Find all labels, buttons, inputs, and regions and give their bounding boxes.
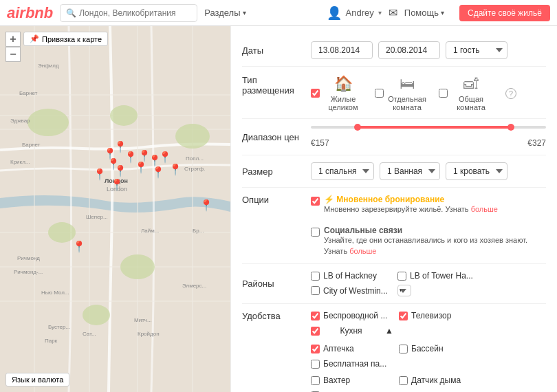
options-label: Опции [242, 195, 311, 205]
amenity8-item: Датчик дыма [399, 375, 481, 385]
amenity1-checkbox[interactable] [311, 312, 320, 320]
type-private-option: 🛏 Отдельная комната [375, 75, 428, 111]
user-section: 👤 Andrey ▾ [327, 6, 382, 21]
map-pins-container: 📍 📍 📍 📍 📍 📍 📍 📍 📍 📍 📍 📍 📍 📍 📍 [0, 26, 230, 392]
amenities-content: Беспроводной ... Телевизор Кухня ▲ Аптеч… [311, 311, 546, 392]
chevron-down-icon: ▾ [243, 9, 246, 17]
zoom-in-button[interactable]: + [6, 32, 21, 47]
map-pin[interactable]: 📍 [93, 168, 107, 181]
amenity5-item: Бассейн [399, 344, 481, 353]
social-option: Социальные связи Узнайте, где они остана… [311, 226, 546, 257]
guests-select[interactable]: 1 гость [446, 41, 507, 59]
date-from-input[interactable] [311, 41, 373, 59]
amenity6-checkbox[interactable] [311, 360, 320, 369]
search-icon: 🔍 [66, 8, 76, 18]
type-whole-item[interactable]: 🏠 Жилые целиком [323, 75, 364, 111]
district3-checkbox[interactable] [311, 286, 320, 295]
map-area[interactable]: Барнет Энфилд Эджвар Барнет Крикл... Лон… [0, 26, 230, 392]
private-room-icon: 🛏 [400, 75, 415, 93]
price-slider-fill [358, 126, 510, 129]
social-desc: Узнайте, где они останавливались и кого … [324, 235, 546, 257]
map-pin[interactable]: 📍 [158, 151, 172, 164]
help-link[interactable]: Помощь ▾ [404, 8, 444, 18]
search-bar[interactable]: 🔍 [60, 4, 197, 22]
options-filter-row: Опции ⚡ Мновенное бронирование Мновенно … [242, 188, 546, 264]
type-private-checkbox[interactable] [375, 89, 384, 98]
amenity6-item: Бесплатная па... [311, 359, 393, 369]
main-container: Барнет Энфилд Эджвар Барнет Крикл... Лон… [0, 26, 557, 392]
type-shared-checkbox[interactable] [439, 89, 448, 98]
zoom-out-button[interactable]: − [6, 47, 21, 62]
amenities-collapse-icon[interactable]: ▲ [385, 326, 393, 336]
pin-icon: 📌 [30, 34, 39, 43]
districts-more-select[interactable]: ▾ [397, 285, 411, 296]
bedrooms-select[interactable]: 1 спальня [311, 162, 374, 180]
map-pin[interactable]: 📍 [134, 161, 148, 174]
type-private-item[interactable]: 🛏 Отдельная комната [386, 75, 428, 111]
amenity4-checkbox[interactable] [311, 345, 320, 353]
host-button[interactable]: Сдайте своё жильё [459, 5, 550, 21]
options-content: ⚡ Мновенное бронирование Мновенно зарезе… [311, 195, 546, 257]
social-checkbox[interactable] [311, 228, 320, 237]
map-pin[interactable]: 📍 [72, 240, 86, 253]
price-slider-right-handle[interactable] [507, 124, 514, 131]
map-pin[interactable]: 📍 [199, 199, 213, 212]
sections-nav[interactable]: Разделы ▾ [204, 8, 245, 18]
district1-item: LB of Hackney [311, 271, 393, 281]
social-title: Социальные связи [324, 226, 546, 235]
amenities-row3: Вахтер Датчик дыма Детектор угар... [311, 375, 546, 392]
user-avatar: 👤 [327, 6, 342, 21]
amenity7-item: Вахтер [311, 375, 393, 385]
district2-checkbox[interactable] [397, 272, 406, 281]
type-shared-item[interactable]: 🛋 Общая комната [450, 75, 492, 111]
price-slider-track[interactable] [311, 126, 546, 129]
zoom-controls: + − [6, 32, 21, 62]
price-label: Диапазон цен [242, 132, 311, 142]
instant-more-link[interactable]: больше [471, 205, 498, 213]
social-more-link[interactable]: больше [349, 247, 376, 255]
dates-content: 1 гость [311, 41, 546, 59]
price-slider-left-handle[interactable] [354, 124, 361, 131]
districts-content: LB of Hackney LB of Tower Ha... City of … [311, 271, 546, 296]
amenities-label: Удобства [242, 311, 311, 321]
dates-filter-row: Даты 1 гость [242, 34, 546, 67]
user-name[interactable]: Andrey [346, 8, 374, 18]
header: airbnb 🔍 Разделы ▾ 👤 Andrey ▾ ✉ Помощь ▾… [0, 0, 557, 26]
dates-label: Даты [242, 45, 311, 56]
map-pin[interactable]: 📍 [151, 166, 165, 179]
type-whole-checkbox[interactable] [311, 89, 320, 98]
districts-label: Районы [242, 279, 311, 289]
language-currency-button[interactable]: Язык и валюта [6, 373, 69, 386]
instant-title: ⚡ Мновенное бронирование [324, 195, 498, 204]
bathrooms-select[interactable]: 1 Ванная [380, 162, 440, 180]
map-pin[interactable]: 📍 [113, 164, 127, 177]
date-to-input[interactable] [378, 41, 440, 59]
amenity3-checkbox[interactable] [311, 327, 320, 336]
price-filter-row: Диапазон цен €157 €327 [242, 119, 546, 155]
type-shared-option: 🛋 Общая комната [439, 75, 492, 111]
shared-room-icon: 🛋 [463, 75, 479, 93]
instant-checkbox[interactable] [311, 197, 320, 206]
map-pin[interactable]: 📍 [168, 163, 182, 176]
size-content: 1 спальня 1 Ванная 1 кровать [311, 162, 546, 180]
attach-to-map-button[interactable]: 📌 Привязка к карте [23, 32, 108, 46]
search-input[interactable] [79, 8, 191, 18]
amenity2-checkbox[interactable] [399, 312, 408, 320]
logo-icon[interactable]: airbnb [7, 4, 53, 22]
amenity1-item: Беспроводной ... [311, 311, 393, 320]
type-whole-option: 🏠 Жилые целиком [311, 75, 364, 111]
amenity7-checkbox[interactable] [311, 376, 320, 385]
beds-select[interactable]: 1 кровать [446, 162, 507, 180]
district1-checkbox[interactable] [311, 272, 320, 281]
amenity5-checkbox[interactable] [399, 345, 408, 353]
price-max-label: €327 [527, 138, 546, 148]
district2-item: LB of Tower Ha... [397, 271, 480, 281]
type-info-icon[interactable]: ? [505, 88, 516, 99]
instant-desc: Мновенно зарезервируйте жильё. Узнать бо… [324, 204, 498, 215]
chevron-down-icon: ▾ [441, 9, 444, 17]
map-pin[interactable]: 📍 [110, 178, 124, 191]
instant-option: ⚡ Мновенное бронирование Мновенно зарезе… [311, 195, 498, 215]
districts-filter-row: Районы LB of Hackney LB of Tower Ha... C… [242, 264, 546, 304]
mail-icon[interactable]: ✉ [389, 6, 397, 19]
amenity8-checkbox[interactable] [399, 376, 408, 385]
